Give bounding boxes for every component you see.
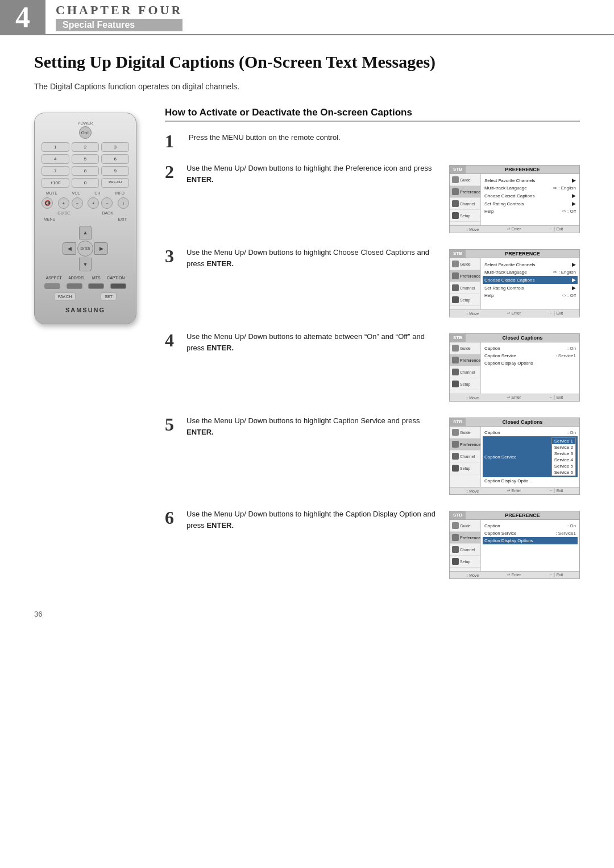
step-1: 1 Press the MENU button on the remote co… (165, 132, 580, 150)
step-6-text: Use the Menu Up/ Down buttons to highlig… (186, 509, 443, 531)
s6-sidebar-channel: Channel (450, 544, 480, 556)
s4-setup-text: Setup (460, 382, 470, 386)
adddel-label: ADD/DEL (68, 276, 85, 280)
screen-4-header: STB Closed Captions (450, 334, 579, 342)
s4-pref-icon (452, 357, 459, 363)
service-6: Service 6 (552, 469, 575, 476)
dpad-up[interactable]: ▲ (79, 226, 92, 239)
steps-column: How to Activate or Deactivate the On-scr… (165, 107, 580, 593)
screen-6-main: Caption : On Caption Service : Service1 … (481, 520, 579, 571)
screen-4-sidebar: Guide Preference Channel (450, 342, 481, 394)
btn-0[interactable]: 0 (72, 178, 99, 188)
color-btn-1[interactable] (44, 283, 60, 289)
preference-icon (452, 188, 459, 195)
screen-3-body: Guide Preference Channel (450, 258, 579, 309)
btn-3[interactable]: 3 (101, 142, 129, 152)
screen-2-sidebar: Guide Preference Channel (450, 174, 481, 225)
dpad-left[interactable]: ◀ (63, 242, 76, 255)
btn-8[interactable]: 8 (72, 166, 99, 176)
dpad-right[interactable]: ▶ (94, 242, 108, 255)
s6-setup-icon (452, 558, 459, 565)
s5-setup-icon (452, 465, 459, 472)
s6-row-display: Caption Display Options (483, 537, 578, 544)
s6-guide-text: Guide (460, 524, 471, 528)
btn-prech[interactable]: PRE-CH (101, 178, 129, 188)
vol-label: MUTE (46, 191, 57, 195)
btn-7[interactable]: 7 (42, 166, 69, 176)
screen-mockup-6: STB PREFERENCE Guide (449, 511, 580, 579)
mts-label: MTS (92, 276, 101, 280)
s3-guide-text: Guide (460, 262, 471, 266)
s4-row-service: Caption Service : Service1 (484, 352, 576, 359)
btn-6[interactable]: 6 (101, 154, 129, 164)
back-label: BACK (102, 211, 113, 215)
color-btn-3[interactable] (88, 283, 104, 289)
step-6-screen: STB PREFERENCE Guide (449, 509, 580, 579)
s5-footer-move: ↕ Move (466, 489, 479, 493)
dpad-container: ▲ ▼ ◀ ▶ ENTER (42, 226, 129, 271)
vol-ch-labels: MUTE VOL CH INFO (42, 191, 129, 195)
s5-sidebar-guide: Guide (450, 427, 480, 439)
btn-2[interactable]: 2 (72, 142, 99, 152)
ch-down[interactable]: − (101, 197, 113, 209)
s3-ch-icon (452, 284, 459, 291)
stb-label-3: STB (450, 250, 466, 258)
s4-footer-move: ↕ Move (466, 395, 479, 400)
screen-3-title: PREFERENCE (466, 250, 579, 258)
step-6-number: 6 (165, 509, 181, 527)
power-button[interactable]: On/I (79, 126, 92, 139)
service-4: Service 4 (552, 457, 575, 463)
stb-label-5: STB (450, 418, 466, 426)
btn-4[interactable]: 4 (42, 154, 69, 164)
s3-pref-text: Preference (460, 274, 480, 278)
remote-control: POWER On/I 1 2 3 4 5 6 7 8 9 +100 0 PRE-… (34, 113, 136, 324)
s3-ch-text: Channel (460, 286, 475, 290)
set-button[interactable]: SET (101, 292, 117, 301)
s4-ch-icon (452, 369, 459, 375)
s3-sidebar-channel: Channel (450, 282, 480, 294)
s6-footer-move: ↕ Move (466, 573, 479, 577)
s4-footer-exit: ←⎮ Exit (549, 395, 563, 400)
screen-5-header: STB Closed Captions (450, 418, 579, 427)
favch-button[interactable]: FAV.CH (54, 292, 76, 301)
screen-2-header: STB PREFERENCE (450, 166, 579, 174)
ch-up[interactable]: + (88, 197, 99, 209)
mute-button[interactable]: 🔇 (42, 197, 53, 209)
s6-sidebar-setup: Setup (450, 556, 480, 568)
screen-5-main: Caption : On Caption Service Service 1 S… (481, 427, 579, 487)
btn-100[interactable]: +100 (42, 178, 69, 188)
sidebar-guide: Guide (450, 174, 480, 186)
btn-9[interactable]: 9 (101, 166, 129, 176)
screen-mockup-4: STB Closed Captions Guide (449, 333, 580, 402)
screen-3-header: STB PREFERENCE (450, 250, 579, 258)
menu-exit-labels: MENU EXIT (42, 217, 129, 221)
s5-row-service: Caption Service Service 1 Service 2 Serv… (483, 436, 578, 477)
screen-4-title: Closed Captions (466, 334, 579, 342)
color-btn-4[interactable] (110, 283, 126, 289)
btn-5[interactable]: 5 (72, 154, 99, 164)
screen-2-main: Select Favorite Channels ▶ Multi-track L… (481, 174, 579, 225)
s5-setup-text: Setup (460, 466, 470, 470)
btn-1[interactable]: 1 (42, 142, 69, 152)
vol-label2: VOL (72, 191, 80, 195)
enter-button[interactable]: ENTER (77, 241, 93, 257)
menu-label: MENU (44, 217, 56, 221)
s3-guide-icon (452, 261, 459, 267)
color-btn-2[interactable] (67, 283, 82, 289)
setup-icon (452, 212, 459, 219)
s5-row-caption: Caption : On (484, 429, 576, 436)
screen-2-title: PREFERENCE (466, 166, 579, 173)
step-6-content: Use the Menu Up/ Down buttons to highlig… (186, 509, 443, 534)
aspect-label: ASPECT (46, 276, 62, 280)
s4-guide-text: Guide (460, 346, 471, 350)
service-2: Service 2 (552, 444, 575, 450)
sidebar-channel: Channel (450, 198, 480, 210)
s4-sidebar-channel: Channel (450, 366, 480, 378)
vol-down[interactable]: − (72, 197, 83, 209)
info-button[interactable]: i (118, 197, 129, 209)
dpad-down[interactable]: ▼ (79, 258, 92, 271)
vol-up[interactable]: + (58, 197, 69, 209)
screen-5-sidebar: Guide Preference Channel (450, 427, 481, 487)
s6-footer-exit: ←⎮ Exit (549, 573, 563, 577)
screen-3-main: Select Favorite Channels ▶ Multi-track L… (481, 258, 579, 309)
